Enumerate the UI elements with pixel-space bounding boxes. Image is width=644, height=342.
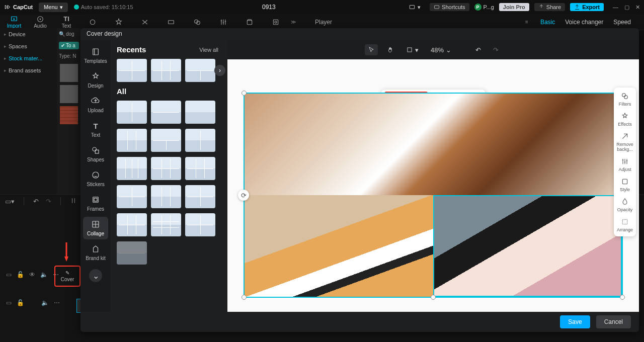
visibility-icon[interactable]: ▭ [6, 271, 12, 278]
rail-effects[interactable]: Effects [618, 112, 631, 127]
view-all-link[interactable]: View all [199, 47, 218, 53]
tool-caption[interactable] [160, 19, 182, 26]
stock-thumb[interactable] [60, 106, 78, 124]
rail-device[interactable]: Device [0, 28, 57, 40]
scroll-right-button[interactable]: › [214, 65, 225, 76]
collage-frame[interactable]: ⟳ [244, 93, 623, 298]
export-button[interactable]: Export [570, 3, 604, 11]
side-more-button[interactable]: ⌄ [89, 269, 102, 282]
filter-badge[interactable]: ✔ To a [59, 42, 79, 49]
side-text[interactable]: TText [83, 118, 108, 141]
collage-cell-bottom-right[interactable] [433, 195, 622, 297]
share-button[interactable]: Share [534, 3, 565, 11]
tab-speed[interactable]: Speed [613, 19, 631, 26]
user-chip[interactable]: P P...g [474, 4, 494, 11]
select-tool[interactable] [365, 44, 378, 55]
rail-remove-bg[interactable]: Remove backg... [614, 132, 636, 152]
rail-brand[interactable]: Brand assets [0, 64, 57, 76]
toolbar-more[interactable]: ≫ [291, 19, 296, 25]
tool-import[interactable]: Import [3, 16, 25, 29]
refresh-badge[interactable]: ⟳ [238, 190, 249, 201]
minimize-button[interactable]: — [613, 4, 618, 11]
rail-adjust[interactable]: Adjust [618, 157, 631, 172]
type-filter[interactable]: Type: N [57, 51, 81, 61]
side-brand-kit[interactable]: Brand kit [83, 241, 108, 264]
close-button[interactable]: ✕ [635, 4, 640, 11]
tool-audio[interactable]: Audio [29, 16, 51, 29]
side-templates[interactable]: Templates [83, 44, 108, 67]
collage-cell-top[interactable] [245, 94, 622, 195]
collage-template[interactable] [151, 157, 181, 180]
undo-button[interactable]: ↶ [33, 198, 39, 205]
search-field[interactable]: 🔍 dog [57, 28, 81, 40]
side-frames[interactable]: Frames [83, 192, 108, 215]
menu-button[interactable]: Menu ▾ [39, 3, 68, 12]
rail-arrange[interactable]: Arrange [617, 217, 633, 232]
tool-filters[interactable] [186, 19, 208, 26]
zoom-level[interactable]: 48% ⌄ [428, 44, 454, 56]
aspect-ratio-button[interactable]: ▾ [405, 3, 425, 12]
collage-template[interactable] [151, 101, 181, 124]
collage-template[interactable] [185, 185, 215, 208]
tool-sticker[interactable] [238, 19, 261, 26]
resize-handle[interactable] [620, 295, 625, 300]
tool-adjust[interactable] [212, 19, 234, 26]
save-button[interactable]: Save [560, 315, 590, 328]
collage-template[interactable] [117, 185, 147, 208]
tool-effects[interactable] [108, 19, 130, 26]
lock-icon[interactable]: 🔓 [17, 299, 24, 306]
rail-filters[interactable]: Filters [619, 92, 631, 107]
collage-template[interactable] [185, 157, 215, 180]
resize-handle[interactable] [242, 91, 247, 96]
rail-spaces[interactable]: Spaces [0, 40, 57, 52]
cover-button[interactable]: ✎ Cover [56, 268, 78, 285]
tool-ai[interactable] [265, 19, 287, 26]
collage-template[interactable] [117, 241, 147, 265]
collage-template[interactable] [117, 59, 147, 82]
collage-template[interactable] [117, 157, 147, 180]
lock-icon[interactable]: 🔓 [17, 271, 24, 278]
maximize-button[interactable]: ▢ [624, 4, 629, 11]
tool-transition[interactable] [134, 19, 156, 26]
collage-template[interactable] [151, 129, 181, 152]
rail-opacity[interactable]: Opacity [617, 197, 633, 212]
redo-button[interactable]: ↷ [46, 198, 51, 205]
collage-template[interactable] [151, 59, 181, 82]
tool-shape[interactable] [82, 19, 104, 26]
shortcuts-button[interactable]: Shortcuts [430, 3, 469, 11]
rail-style[interactable]: Style [620, 177, 630, 192]
hand-tool[interactable] [384, 44, 397, 55]
stock-thumb[interactable] [60, 64, 78, 82]
side-design[interactable]: Design [83, 69, 108, 92]
stock-thumb[interactable] [60, 85, 78, 103]
side-stickers[interactable]: Stickers [83, 167, 108, 190]
collage-template[interactable] [151, 213, 181, 236]
collage-template[interactable] [117, 129, 147, 152]
collage-template[interactable] [185, 213, 215, 236]
collage-template[interactable] [151, 185, 181, 208]
collage-template[interactable] [185, 59, 215, 82]
side-collage[interactable]: Collage [83, 217, 108, 239]
tool-text[interactable]: TIText [55, 16, 77, 29]
visibility-icon[interactable]: ▭ [6, 299, 12, 306]
player-menu-icon[interactable]: ≡ [525, 19, 528, 25]
side-shapes[interactable]: Shapes [83, 143, 108, 165]
mute-icon[interactable]: 🔈 [40, 271, 48, 278]
collage-cell-bottom-left[interactable] [245, 195, 433, 297]
canvas[interactable]: Replace ⋯ [227, 59, 639, 312]
more-icon[interactable]: ⋯ [54, 299, 60, 306]
crop-tool[interactable]: ▾ [403, 44, 422, 56]
undo-button[interactable]: ↶ [472, 44, 484, 56]
collage-template[interactable] [117, 101, 147, 124]
mute-icon[interactable]: 🔈 [41, 299, 49, 306]
collage-template[interactable] [185, 101, 215, 124]
pointer-tool[interactable]: ▭▾ [5, 198, 15, 205]
collage-template[interactable] [185, 129, 215, 152]
rail-stock[interactable]: Stock mater... [0, 52, 57, 64]
collage-template[interactable] [117, 213, 147, 236]
project-title[interactable]: 0913 [139, 4, 398, 11]
side-upload[interactable]: Upload [83, 94, 108, 116]
split-tool[interactable] [70, 197, 77, 206]
join-pro-button[interactable]: Join Pro [499, 3, 529, 11]
resize-handle[interactable] [242, 295, 247, 300]
